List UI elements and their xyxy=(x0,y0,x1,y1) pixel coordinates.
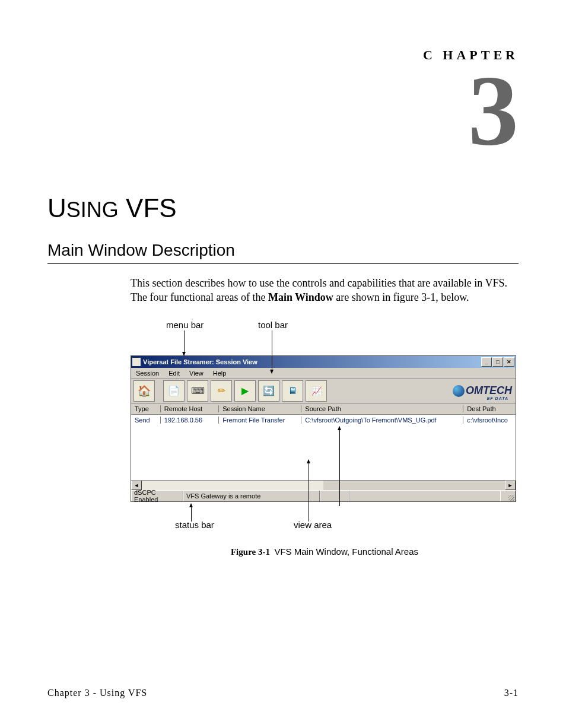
callout-tool-bar: tool bar xyxy=(258,320,288,330)
col-session[interactable]: Session Name xyxy=(219,405,301,412)
menu-bar: Session Edit View Help xyxy=(131,368,516,379)
screenshot-window: Vipersat File Streamer: Session View _ □… xyxy=(131,355,516,502)
app-icon xyxy=(132,358,141,366)
horizontal-scrollbar[interactable]: ◄ ► xyxy=(131,480,516,490)
menu-edit[interactable]: Edit xyxy=(164,370,185,377)
table-row[interactable]: Send 192.168.0.56 Fremont File Transfer … xyxy=(131,415,516,425)
status-gateway: VFS Gateway is a remote xyxy=(183,491,320,501)
home-icon[interactable] xyxy=(133,380,155,402)
status-cell-4 xyxy=(349,491,500,501)
edit-icon[interactable] xyxy=(211,380,232,402)
doc-icon[interactable] xyxy=(163,380,185,402)
section-heading: Main Window Description xyxy=(47,241,519,264)
col-type[interactable]: Type xyxy=(131,405,161,412)
chapter-number: 3 xyxy=(47,69,519,152)
chapter-label: C HAPTER xyxy=(47,47,519,63)
menu-session[interactable]: Session xyxy=(131,370,164,377)
figure-caption: Figure 3-1 VFS Main Window, Functional A… xyxy=(131,546,519,557)
status-dscpc: dSCPC Enabled xyxy=(131,491,183,501)
status-cell-3 xyxy=(320,491,349,501)
menu-help[interactable]: Help xyxy=(208,370,231,377)
col-dest[interactable]: Dest Path xyxy=(463,405,516,412)
footer-right: 3-1 xyxy=(504,688,519,698)
page-title: USING VFS xyxy=(47,193,519,223)
callout-menu-bar: menu bar xyxy=(166,320,203,330)
maximize-button[interactable]: □ xyxy=(492,357,503,367)
body-paragraph: This section describes how to use the co… xyxy=(131,276,519,305)
monitor-icon[interactable] xyxy=(282,380,303,402)
view-area[interactable]: Send 192.168.0.56 Fremont File Transfer … xyxy=(131,415,516,480)
refresh-icon[interactable] xyxy=(258,380,279,402)
tool-bar: OMTECH EF DATA xyxy=(131,379,516,403)
globe-icon xyxy=(453,385,465,397)
callout-status-bar: status bar xyxy=(175,520,214,530)
scroll-right-icon[interactable]: ► xyxy=(505,481,516,490)
close-button[interactable]: ✕ xyxy=(504,357,514,367)
menu-view[interactable]: View xyxy=(185,370,208,377)
wave-icon[interactable] xyxy=(306,380,327,402)
keyboard-icon[interactable] xyxy=(187,380,208,402)
resize-grip-icon[interactable] xyxy=(500,491,516,501)
callout-view-area: view area xyxy=(294,520,332,530)
status-bar: dSCPC Enabled VFS Gateway is a remote xyxy=(131,490,516,501)
table-header: Type Remote Host Session Name Source Pat… xyxy=(131,403,516,415)
window-titlebar[interactable]: Vipersat File Streamer: Session View _ □… xyxy=(131,356,516,368)
window-title: Vipersat File Streamer: Session View xyxy=(143,358,257,365)
play-icon[interactable] xyxy=(234,380,256,402)
minimize-button[interactable]: _ xyxy=(481,357,492,367)
col-source[interactable]: Source Path xyxy=(301,405,463,412)
col-host[interactable]: Remote Host xyxy=(161,405,219,412)
brand-logo: OMTECH EF DATA xyxy=(453,384,512,397)
footer-left: Chapter 3 - Using VFS xyxy=(47,688,147,698)
